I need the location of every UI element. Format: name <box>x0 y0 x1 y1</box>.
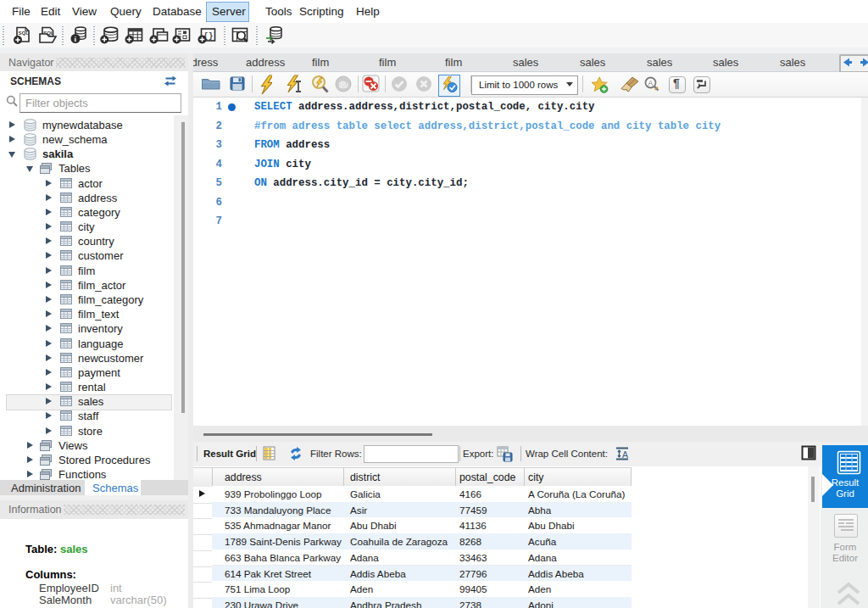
svg-text:A: A <box>622 449 628 460</box>
svg-text:SQL: SQL <box>19 31 30 36</box>
svg-text:A: A <box>648 79 654 87</box>
